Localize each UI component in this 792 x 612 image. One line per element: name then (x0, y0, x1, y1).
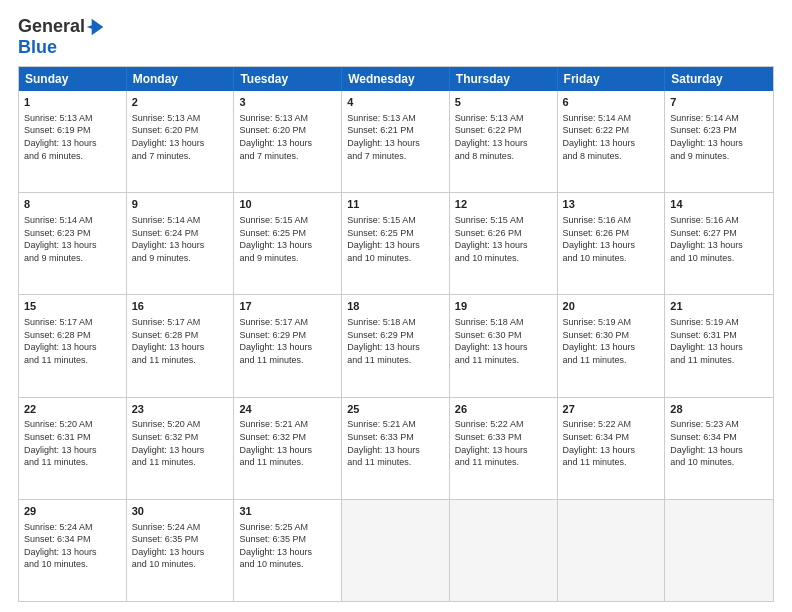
calendar: SundayMondayTuesdayWednesdayThursdayFrid… (18, 66, 774, 602)
cell-line: and 11 minutes. (347, 354, 444, 367)
day-number: 26 (455, 402, 552, 417)
cell-line: and 11 minutes. (132, 456, 229, 469)
day-number: 3 (239, 95, 336, 110)
cell-line: Sunrise: 5:14 AM (24, 214, 121, 227)
calendar-cell: 29Sunrise: 5:24 AMSunset: 6:34 PMDayligh… (19, 500, 127, 601)
cell-line: Sunset: 6:28 PM (132, 329, 229, 342)
cell-line: and 9 minutes. (24, 252, 121, 265)
header: GeneralBlue (18, 16, 774, 58)
calendar-cell: 13Sunrise: 5:16 AMSunset: 6:26 PMDayligh… (558, 193, 666, 294)
day-number: 8 (24, 197, 121, 212)
cell-line: Sunrise: 5:19 AM (670, 316, 768, 329)
cell-line: and 11 minutes. (455, 354, 552, 367)
calendar-header: SundayMondayTuesdayWednesdayThursdayFrid… (19, 67, 773, 91)
day-number: 18 (347, 299, 444, 314)
calendar-cell: 12Sunrise: 5:15 AMSunset: 6:26 PMDayligh… (450, 193, 558, 294)
cell-line: Sunrise: 5:21 AM (239, 418, 336, 431)
calendar-row: 8Sunrise: 5:14 AMSunset: 6:23 PMDaylight… (19, 193, 773, 295)
calendar-cell (665, 500, 773, 601)
day-number: 22 (24, 402, 121, 417)
cell-line: Sunset: 6:25 PM (239, 227, 336, 240)
cell-line: and 11 minutes. (132, 354, 229, 367)
calendar-cell: 28Sunrise: 5:23 AMSunset: 6:34 PMDayligh… (665, 398, 773, 499)
cell-line: Sunrise: 5:13 AM (455, 112, 552, 125)
cell-line: Daylight: 13 hours (563, 341, 660, 354)
cell-line: and 11 minutes. (563, 456, 660, 469)
calendar-cell: 10Sunrise: 5:15 AMSunset: 6:25 PMDayligh… (234, 193, 342, 294)
cell-line: and 10 minutes. (455, 252, 552, 265)
cell-line: Daylight: 13 hours (455, 239, 552, 252)
calendar-cell: 25Sunrise: 5:21 AMSunset: 6:33 PMDayligh… (342, 398, 450, 499)
header-cell-thursday: Thursday (450, 67, 558, 91)
logo-bird-icon (85, 17, 105, 37)
cell-line: Sunrise: 5:20 AM (24, 418, 121, 431)
cell-line: and 10 minutes. (132, 558, 229, 571)
cell-line: Daylight: 13 hours (347, 137, 444, 150)
cell-line: Sunrise: 5:24 AM (132, 521, 229, 534)
cell-line: Daylight: 13 hours (670, 239, 768, 252)
day-number: 31 (239, 504, 336, 519)
cell-line: Daylight: 13 hours (24, 546, 121, 559)
cell-line: and 11 minutes. (239, 354, 336, 367)
cell-line: Sunrise: 5:15 AM (455, 214, 552, 227)
header-cell-tuesday: Tuesday (234, 67, 342, 91)
day-number: 14 (670, 197, 768, 212)
calendar-cell: 23Sunrise: 5:20 AMSunset: 6:32 PMDayligh… (127, 398, 235, 499)
cell-line: and 6 minutes. (24, 150, 121, 163)
cell-line: Sunrise: 5:19 AM (563, 316, 660, 329)
calendar-cell: 2Sunrise: 5:13 AMSunset: 6:20 PMDaylight… (127, 91, 235, 192)
day-number: 11 (347, 197, 444, 212)
cell-line: Daylight: 13 hours (132, 341, 229, 354)
cell-line: and 9 minutes. (670, 150, 768, 163)
cell-line: Sunrise: 5:13 AM (132, 112, 229, 125)
day-number: 15 (24, 299, 121, 314)
cell-line: Sunset: 6:29 PM (347, 329, 444, 342)
cell-line: and 11 minutes. (24, 456, 121, 469)
cell-line: Sunrise: 5:23 AM (670, 418, 768, 431)
cell-line: Sunset: 6:35 PM (239, 533, 336, 546)
cell-line: Daylight: 13 hours (239, 546, 336, 559)
calendar-cell: 17Sunrise: 5:17 AMSunset: 6:29 PMDayligh… (234, 295, 342, 396)
calendar-cell: 4Sunrise: 5:13 AMSunset: 6:21 PMDaylight… (342, 91, 450, 192)
cell-line: Sunset: 6:21 PM (347, 124, 444, 137)
calendar-cell: 26Sunrise: 5:22 AMSunset: 6:33 PMDayligh… (450, 398, 558, 499)
cell-line: Sunset: 6:32 PM (239, 431, 336, 444)
cell-line: Daylight: 13 hours (24, 444, 121, 457)
cell-line: Daylight: 13 hours (239, 137, 336, 150)
cell-line: and 9 minutes. (132, 252, 229, 265)
day-number: 20 (563, 299, 660, 314)
cell-line: Sunrise: 5:16 AM (670, 214, 768, 227)
logo-general: General (18, 16, 85, 37)
cell-line: Sunrise: 5:13 AM (24, 112, 121, 125)
cell-line: Daylight: 13 hours (455, 444, 552, 457)
cell-line: Sunrise: 5:13 AM (347, 112, 444, 125)
cell-line: Daylight: 13 hours (132, 239, 229, 252)
header-cell-monday: Monday (127, 67, 235, 91)
day-number: 23 (132, 402, 229, 417)
cell-line: and 9 minutes. (239, 252, 336, 265)
cell-line: Daylight: 13 hours (455, 341, 552, 354)
calendar-cell: 7Sunrise: 5:14 AMSunset: 6:23 PMDaylight… (665, 91, 773, 192)
calendar-cell: 24Sunrise: 5:21 AMSunset: 6:32 PMDayligh… (234, 398, 342, 499)
cell-line: Sunrise: 5:17 AM (132, 316, 229, 329)
day-number: 1 (24, 95, 121, 110)
cell-line: Daylight: 13 hours (670, 444, 768, 457)
cell-line: Sunset: 6:34 PM (24, 533, 121, 546)
day-number: 7 (670, 95, 768, 110)
calendar-cell: 27Sunrise: 5:22 AMSunset: 6:34 PMDayligh… (558, 398, 666, 499)
day-number: 19 (455, 299, 552, 314)
day-number: 29 (24, 504, 121, 519)
calendar-cell: 22Sunrise: 5:20 AMSunset: 6:31 PMDayligh… (19, 398, 127, 499)
calendar-cell: 11Sunrise: 5:15 AMSunset: 6:25 PMDayligh… (342, 193, 450, 294)
cell-line: Sunset: 6:34 PM (563, 431, 660, 444)
cell-line: Sunset: 6:31 PM (670, 329, 768, 342)
cell-line: and 7 minutes. (347, 150, 444, 163)
header-cell-saturday: Saturday (665, 67, 773, 91)
cell-line: and 7 minutes. (239, 150, 336, 163)
cell-line: Sunset: 6:19 PM (24, 124, 121, 137)
cell-line: and 11 minutes. (455, 456, 552, 469)
cell-line: Sunset: 6:33 PM (455, 431, 552, 444)
cell-line: Sunset: 6:20 PM (132, 124, 229, 137)
cell-line: Sunrise: 5:21 AM (347, 418, 444, 431)
day-number: 24 (239, 402, 336, 417)
